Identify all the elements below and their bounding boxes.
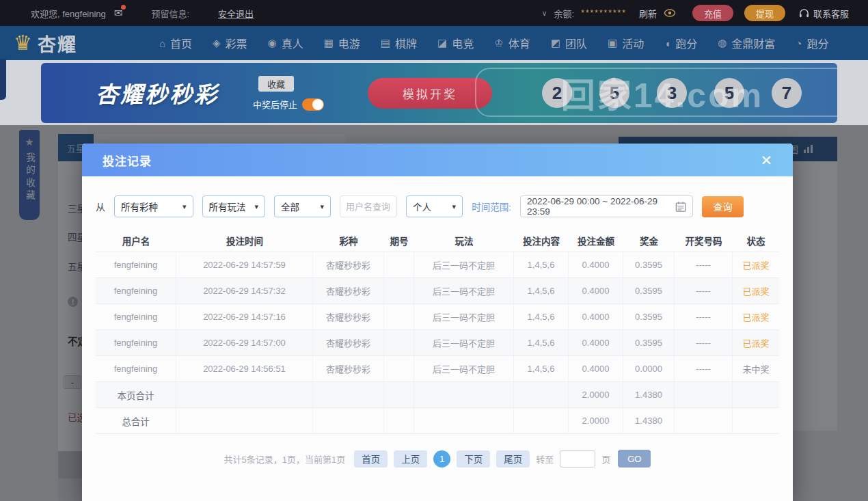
nav-items: ⌂首页 ◈彩票 ◉真人 ▦电游 ▤棋牌 ◪电竞 ♔体育 ◩团队 ▣活动 ◖跑分 … bbox=[159, 35, 829, 51]
bet-records-table: 用户名 投注时间 彩种 期号 玩法 投注内容 投注金额 奖金 开奖号码 状态 f… bbox=[96, 229, 779, 434]
nav-item-paofen-2[interactable]: ◔跑分 bbox=[796, 35, 828, 51]
draw-number-ball: 5 bbox=[599, 78, 629, 108]
cell-amount: 0.4000 bbox=[569, 278, 623, 303]
last-page-button[interactable]: 尾页 bbox=[496, 450, 530, 468]
col-username: 用户名 bbox=[96, 229, 176, 252]
nav-label: 真人 bbox=[282, 35, 303, 51]
grand-total-prize: 1.4380 bbox=[623, 408, 675, 433]
eye-icon[interactable] bbox=[664, 8, 676, 18]
draw-numbers: 2 5 3 5 7 bbox=[542, 78, 802, 108]
nav-label: 彩票 bbox=[226, 35, 247, 51]
cell-draw-number: ----- bbox=[675, 278, 733, 303]
play-select-value: 所有玩法 bbox=[209, 200, 246, 213]
current-page-indicator[interactable]: 1 bbox=[433, 450, 450, 468]
chevron-down-icon[interactable]: ∨ bbox=[542, 9, 547, 18]
nav-item-wealth[interactable]: ◍金鼎财富 bbox=[718, 35, 775, 51]
pagination: 共计5条记录，1页，当前第1页 首页 上页 1 下页 尾页 转至 页 GO bbox=[82, 450, 793, 468]
brand-logo[interactable]: ♛ 杏耀 bbox=[14, 30, 77, 57]
chevron-down-icon: ▾ bbox=[255, 202, 259, 211]
close-icon[interactable]: ✕ bbox=[760, 153, 772, 167]
favorite-button[interactable]: 收藏 bbox=[258, 76, 294, 92]
time-range-label: 时间范围: bbox=[472, 200, 511, 213]
contact-service-button[interactable]: 联系客服 bbox=[799, 7, 849, 20]
nav-label: 团队 bbox=[565, 35, 587, 51]
nav-item-slots[interactable]: ▦电游 bbox=[324, 35, 360, 51]
col-amount: 投注金额 bbox=[569, 229, 623, 252]
nav-item-lottery[interactable]: ◈彩票 bbox=[213, 35, 247, 51]
query-button[interactable]: 查询 bbox=[702, 196, 744, 217]
balance-label: 余额: bbox=[554, 7, 575, 20]
status-badge: 未中奖 bbox=[733, 356, 779, 381]
page: 欢迎您, fengfeining ✉ 预留信息: 安全退出 ∨ 余额: ****… bbox=[0, 0, 868, 501]
username-search-input[interactable] bbox=[340, 195, 397, 217]
scope-select-value: 个人 bbox=[413, 200, 431, 213]
nav-label: 电游 bbox=[338, 35, 360, 51]
recharge-button[interactable]: 充值 bbox=[692, 5, 733, 21]
nav-item-paofen[interactable]: ◖跑分 bbox=[664, 35, 697, 51]
lottery-banner: 杏耀秒秒彩 收藏 中奖后停止 模拟开奖 2 5 3 5 7 回家14.com bbox=[41, 63, 837, 123]
cell-issue bbox=[384, 304, 414, 329]
stop-after-win-label: 中奖后停止 bbox=[253, 98, 297, 111]
cell-prize: 0.3595 bbox=[623, 252, 675, 277]
nav-item-home[interactable]: ⌂首页 bbox=[159, 35, 192, 51]
gift-icon: ▣ bbox=[608, 37, 617, 49]
topbar-right: ∨ 余额: ********** 刷新 充值 提现 联系客服 bbox=[542, 5, 849, 21]
crown-logo-icon: ♛ bbox=[14, 33, 32, 53]
goto-page-input[interactable] bbox=[560, 450, 595, 468]
status-select[interactable]: 全部▾ bbox=[274, 195, 331, 217]
lottery-select[interactable]: 所有彩种▾ bbox=[114, 195, 193, 217]
refresh-balance-button[interactable]: 刷新 bbox=[639, 7, 657, 20]
prev-page-button[interactable]: 上页 bbox=[394, 450, 427, 468]
notification-dot bbox=[121, 5, 126, 10]
nav-item-sports[interactable]: ♔体育 bbox=[494, 35, 530, 51]
cell-content: 1,4,5,6 bbox=[514, 356, 569, 381]
cell-play: 后三一码不定胆 bbox=[414, 356, 514, 381]
nav-label: 首页 bbox=[170, 35, 192, 51]
bet-records-modal: 投注记录 ✕ 从 所有彩种▾ 所有玩法▾ 全部▾ 个人▾ 时间范围: 2022-… bbox=[82, 144, 793, 501]
nav-item-cards[interactable]: ▤棋牌 bbox=[381, 35, 417, 51]
go-button[interactable]: GO bbox=[618, 450, 651, 468]
nav-item-esports[interactable]: ◪电竞 bbox=[437, 35, 474, 51]
nav-item-team[interactable]: ◩团队 bbox=[551, 35, 587, 51]
chevron-down-icon: ▾ bbox=[321, 202, 325, 211]
time-range-input[interactable]: 2022-06-29 00:00 ~ 2022-06-29 23:59 bbox=[520, 195, 693, 217]
first-page-button[interactable]: 首页 bbox=[354, 450, 388, 468]
col-play: 玩法 bbox=[414, 229, 514, 252]
col-lottery: 彩种 bbox=[313, 229, 384, 252]
status-badge: 已派奖 bbox=[733, 330, 779, 355]
grand-total-amount: 2.0000 bbox=[569, 408, 623, 433]
filters-row: 从 所有彩种▾ 所有玩法▾ 全部▾ 个人▾ 时间范围: 2022-06-29 0… bbox=[96, 195, 779, 217]
esports-icon: ◪ bbox=[437, 37, 447, 49]
cell-amount: 0.4000 bbox=[569, 356, 623, 381]
cell-content: 1,4,5,6 bbox=[514, 304, 569, 329]
topbar: 欢迎您, fengfeining ✉ 预留信息: 安全退出 ∨ 余额: ****… bbox=[0, 0, 868, 26]
nav-label: 体育 bbox=[508, 35, 530, 51]
messages-button[interactable]: ✉ bbox=[114, 7, 123, 19]
goto-label: 转至 bbox=[536, 452, 554, 465]
cell-issue bbox=[384, 278, 414, 303]
left-edge-tab bbox=[0, 59, 6, 100]
play-select[interactable]: 所有玩法▾ bbox=[202, 195, 266, 217]
cell-lottery: 杏耀秒秒彩 bbox=[313, 278, 384, 303]
cell-bet-time: 2022-06-29 14:57:00 bbox=[176, 330, 313, 355]
cell-issue bbox=[384, 356, 414, 381]
nav-label: 电竞 bbox=[452, 35, 474, 51]
scope-select[interactable]: 个人▾ bbox=[406, 195, 463, 217]
nav-item-live[interactable]: ◉真人 bbox=[268, 35, 303, 51]
stop-after-win-toggle[interactable] bbox=[302, 98, 324, 111]
stop-after-win-row: 中奖后停止 bbox=[253, 98, 324, 111]
lottery-name: 杏耀秒秒彩 bbox=[96, 77, 219, 109]
cell-play: 后三一码不定胆 bbox=[414, 304, 514, 329]
brand-name: 杏耀 bbox=[38, 30, 77, 57]
withdraw-button[interactable]: 提现 bbox=[744, 5, 785, 21]
next-page-button[interactable]: 下页 bbox=[457, 450, 490, 468]
cell-username: fengfeining bbox=[96, 252, 176, 277]
table-row: fengfeining2022-06-29 14:57:59杏耀秒秒彩后三一码不… bbox=[96, 252, 779, 278]
nav-item-activity[interactable]: ▣活动 bbox=[608, 35, 644, 51]
nav-label: 金鼎财富 bbox=[731, 35, 775, 51]
col-issue: 期号 bbox=[384, 229, 414, 252]
simulate-draw-button[interactable]: 模拟开奖 bbox=[368, 78, 492, 109]
team-icon: ◩ bbox=[551, 37, 560, 49]
cell-draw-number: ----- bbox=[675, 356, 733, 381]
logout-link[interactable]: 安全退出 bbox=[218, 7, 254, 20]
